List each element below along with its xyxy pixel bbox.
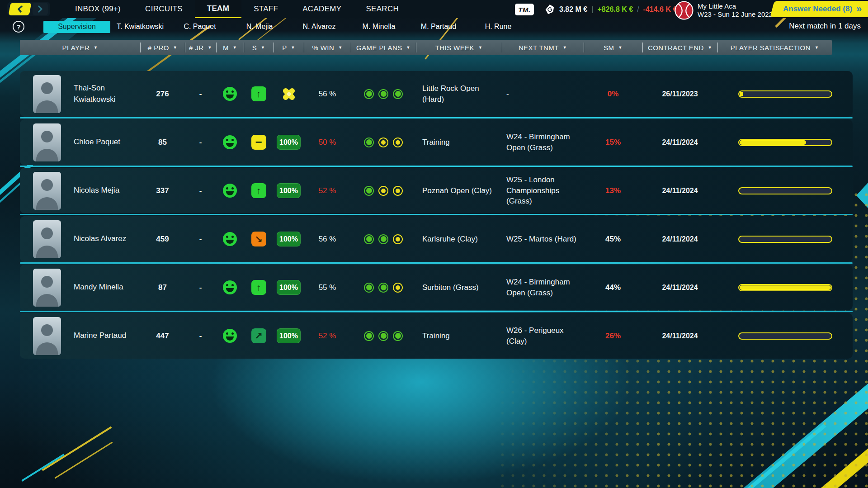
contract-end: 24/11/2024 [642, 187, 717, 195]
nav-tab-team[interactable]: TEAM [195, 0, 241, 18]
win-percent: 55 % [304, 283, 351, 292]
player-row[interactable]: Nicolas Mejia 337 - ↑ 100% 52 % Poznań O… [20, 168, 853, 213]
subnav-tab-h-rune[interactable]: H. Rune [468, 23, 528, 31]
junior-rank: - [185, 283, 216, 292]
contract-end: 26/11/2023 [642, 90, 717, 98]
column-label: S [252, 44, 257, 52]
sort-caret-icon: ▼ [815, 45, 819, 50]
player-name: Chloe Paquet [74, 137, 134, 148]
sort-caret-icon: ▼ [708, 45, 712, 50]
sort-caret-icon: ▼ [563, 45, 567, 50]
this-week: Poznań Open (Clay) [416, 185, 502, 196]
player-row[interactable]: Nicolas Alvarez 459 - ↘ 100% 56 % Karlsr… [20, 216, 853, 262]
physical-cell: 100% [274, 280, 304, 295]
nav-tab-staff[interactable]: STAFF [241, 0, 290, 18]
club-info[interactable]: My Little Aca W23 - Sun 12 June 2022 [675, 1, 773, 20]
next-tournament: W25 - Martos (Hard) [502, 234, 584, 245]
player-row[interactable]: Thai-Son Kwiatkowski 276 - ↑ 56 % Little… [20, 71, 853, 117]
pro-rank: 85 [140, 138, 185, 147]
club-week-date: W23 - Sun 12 June 2022 [698, 10, 773, 19]
contract-end: 24/11/2024 [642, 235, 717, 243]
forward-button[interactable] [33, 3, 48, 15]
next-match-countdown: Next match in 1 days [789, 22, 861, 31]
physical-cell [274, 85, 304, 103]
column-header-win[interactable]: % WIN▼ [304, 40, 351, 55]
column-header-game-plans[interactable]: GAME PLANS▼ [351, 40, 416, 55]
player-name: Thai-Son Kwiatkowski [74, 83, 134, 105]
sort-caret-icon: ▼ [208, 45, 212, 50]
nav-tab-academy[interactable]: ACADEMY [290, 0, 354, 18]
question-mark-icon: ? [16, 23, 20, 31]
subnav-tab-supervision[interactable]: Supervision [43, 21, 110, 33]
column-label: # JR [189, 44, 203, 52]
column-header-m[interactable]: M▼ [216, 40, 244, 55]
row-divider [20, 262, 853, 264]
player-row[interactable]: Chloe Paquet 85 - − 100% 50 % Training W… [20, 119, 853, 165]
win-percent: 50 % [304, 138, 351, 147]
game-plan-dot-green [364, 331, 374, 341]
contract-end: 24/11/2024 [642, 138, 717, 147]
coin-icon [544, 4, 555, 15]
subnav-tab-c-paquet[interactable]: C. Paquet [170, 23, 230, 31]
help-button[interactable]: ? [13, 21, 24, 33]
column-header-next-tnmt[interactable]: NEXT TNMT▼ [502, 40, 584, 55]
column-header-s[interactable]: S▼ [244, 40, 274, 55]
column-header-player-satisfaction[interactable]: PLAYER SATISFACTION▼ [717, 40, 832, 55]
physical-cell: 100% [274, 328, 304, 343]
physical-percent-badge: 100% [277, 232, 301, 246]
column-label: THIS WEEK [435, 44, 474, 52]
nav-tab-circuits[interactable]: CIRCUITS [133, 0, 195, 18]
morale-happy-icon [223, 232, 237, 246]
column-header-player[interactable]: PLAYER▼ [20, 40, 140, 55]
row-divider [20, 117, 853, 118]
sm-percent: 44% [584, 283, 642, 292]
chevron-right-icon [37, 5, 43, 13]
double-chevron-right-icon: » [856, 4, 861, 14]
answer-needed-label: Answer Needed (8) [783, 5, 852, 14]
game-plan-dot-yellow [378, 137, 388, 147]
morale-happy-icon [223, 329, 237, 343]
morale-happy-icon [223, 280, 237, 294]
satisfaction-bar [738, 90, 832, 98]
decor-gold-line [55, 441, 113, 479]
player-name: Mandy Minella [74, 282, 134, 293]
column-header-p[interactable]: P▼ [274, 40, 304, 55]
column-label: P [282, 44, 287, 52]
column-header-pro[interactable]: # PRO▼ [140, 40, 185, 55]
sm-percent: 45% [584, 235, 642, 244]
top-bar: INBOX (99+)CIRCUITSTEAMSTAFFACADEMYSEARC… [0, 0, 868, 18]
this-week: Training [416, 137, 502, 148]
subnav-tab-n-alvarez[interactable]: N. Alvarez [289, 23, 349, 31]
chevron-left-icon [16, 5, 24, 13]
satisfaction-bar [738, 284, 832, 291]
satisfaction-bar [738, 332, 832, 340]
junior-rank: - [185, 186, 216, 195]
game-plan-dot-green [364, 186, 374, 196]
club-logo-tennis-ball-icon [675, 1, 693, 20]
satisfaction-bar [738, 236, 832, 243]
game-plan-dot-yellow [378, 186, 388, 196]
subnav-tab-m-minella[interactable]: M. Minella [349, 23, 409, 31]
sm-percent: 0% [584, 90, 642, 99]
back-button[interactable] [9, 3, 32, 15]
subnav-tab-n-mejia[interactable]: N. Mejia [230, 23, 289, 31]
form-trend-icon: ↘ [251, 232, 266, 246]
row-divider [20, 166, 853, 167]
form-trend-icon: ↑ [251, 280, 266, 295]
subnav-tab-t-kwiatkowski[interactable]: T. Kwiatkowski [110, 23, 170, 31]
sort-caret-icon: ▼ [261, 45, 265, 50]
column-header-this-week[interactable]: THIS WEEK▼ [416, 40, 502, 55]
answer-needed-button[interactable]: Answer Needed (8) » [770, 1, 868, 17]
column-header-sm[interactable]: SM▼ [584, 40, 642, 55]
finance-summary[interactable]: 3.82 M € | +826.8 K € / -414.6 K € [538, 2, 683, 17]
junior-rank: - [185, 332, 216, 341]
player-row[interactable]: Mandy Minella 87 - ↑ 100% 55 % Surbiton … [20, 265, 853, 310]
nav-tab-inbox-99[interactable]: INBOX (99+) [63, 0, 133, 18]
nav-tab-search[interactable]: SEARCH [354, 0, 411, 18]
sm-percent: 13% [584, 186, 642, 195]
column-header-contract-end[interactable]: CONTRACT END▼ [642, 40, 717, 55]
main-nav: INBOX (99+)CIRCUITSTEAMSTAFFACADEMYSEARC… [63, 0, 411, 18]
player-row[interactable]: Marine Partaud 447 - ↗ 100% 52 % Trainin… [20, 313, 853, 359]
subnav-tab-m-partaud[interactable]: M. Partaud [409, 23, 468, 31]
column-header-jr[interactable]: # JR▼ [185, 40, 216, 55]
